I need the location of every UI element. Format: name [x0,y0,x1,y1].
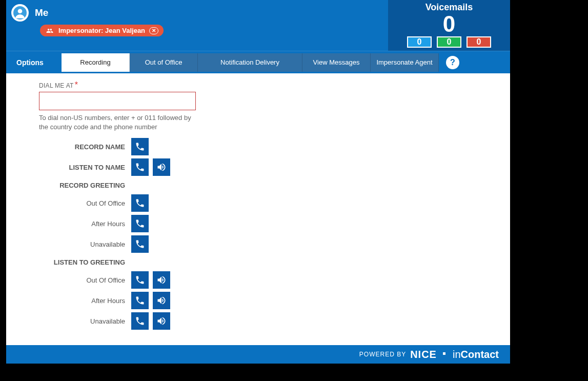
required-marker: * [75,81,78,89]
voicemail-panel: Voicemails 0 0 0 0 [388,0,510,51]
tab-impersonate-agent[interactable]: Impersonate Agent [371,53,439,72]
dial-me-at-input[interactable] [39,92,196,110]
phone-icon [135,316,145,326]
listen-name-label: LISTEN TO NAME [39,164,131,171]
record-afterhours-call-button[interactable] [131,215,149,232]
content: DIAL ME AT* To dial non-US numbers, ente… [6,73,510,345]
header-left: Me Impersonator: Jean Valjean ✕ [6,0,388,51]
phone-icon [135,295,145,306]
listen-afterhours-play-button[interactable] [153,292,170,309]
record-unavailable-label: Unavailable [39,240,131,248]
record-ooo-call-button[interactable] [131,194,149,212]
speaker-icon [156,275,167,285]
tabs: Recording Out of Office Notification Del… [62,53,439,72]
voicemail-count: 0 [388,13,510,35]
incontact-logo: inContact [453,349,499,360]
avatar[interactable] [11,4,29,22]
listen-ooo-play-button[interactable] [153,271,170,289]
record-name-label: RECORD NAME [39,143,131,151]
listen-afterhours-call-button[interactable] [131,292,149,309]
badge-blue[interactable]: 0 [407,36,432,48]
options-label: Options [6,58,62,67]
speaker-icon [156,162,167,172]
phone-icon [135,198,145,208]
row-listen-unavailable: Unavailable [39,312,510,330]
nice-logo: NICE [410,349,437,360]
listen-ooo-label: Out Of Office [39,276,131,284]
row-record-ooo: Out Of Office [39,194,510,212]
listen-name-play-button[interactable] [153,158,170,176]
dial-me-at-label: DIAL ME AT [39,82,74,89]
record-ooo-label: Out Of Office [39,199,131,207]
powered-by-label: POWERED BY [359,351,406,358]
badge-red[interactable]: 0 [467,36,491,48]
help-button[interactable]: ? [446,56,459,69]
row-listen-afterhours: After Hours [39,292,510,309]
record-greeting-label: RECORD GREETING [39,182,131,189]
people-icon [45,27,54,34]
listen-ooo-call-button[interactable] [131,271,149,289]
header: Me Impersonator: Jean Valjean ✕ Voicemai… [6,0,510,51]
listen-afterhours-label: After Hours [39,297,131,305]
listen-unavailable-label: Unavailable [39,317,131,325]
phone-icon [135,275,145,285]
phone-icon [135,142,145,152]
user-icon [13,6,27,19]
username: Me [35,7,48,18]
tab-notification-delivery[interactable]: Notification Delivery [198,53,302,72]
speaker-icon [156,316,167,326]
record-rows: RECORD NAME LISTEN TO NAME RECORD GREETI… [39,138,510,330]
row-record-name: RECORD NAME [39,138,510,155]
record-afterhours-label: After Hours [39,220,131,228]
phone-icon [135,162,145,172]
tabs-row: Options Recording Out of Office Notifica… [6,51,510,73]
listen-unavailable-call-button[interactable] [131,312,149,330]
dial-hint: To dial non-US numbers, enter + or 011 f… [39,113,196,132]
listen-name-call-button[interactable] [131,158,149,176]
record-name-call-button[interactable] [131,138,149,155]
listen-greeting-label: LISTEN TO GREETING [39,258,131,266]
record-unavailable-call-button[interactable] [131,235,149,253]
row-listen-greeting-header: LISTEN TO GREETING [39,256,510,268]
row-record-unavailable: Unavailable [39,235,510,253]
tab-recording[interactable]: Recording [62,53,130,72]
impersonator-badge: Impersonator: Jean Valjean ✕ [40,25,164,36]
row-listen-ooo: Out Of Office [39,271,510,289]
row-listen-name: LISTEN TO NAME [39,158,510,176]
phone-icon [135,239,145,249]
app-window: Me Impersonator: Jean Valjean ✕ Voicemai… [6,0,510,364]
row-record-greeting-header: RECORD GREETING [39,179,510,191]
impersonator-label: Impersonator: Jean Valjean [58,27,145,34]
phone-icon [135,218,145,229]
voicemail-badges: 0 0 0 [388,36,510,48]
speaker-icon [156,295,167,306]
listen-unavailable-play-button[interactable] [153,312,170,330]
badge-green[interactable]: 0 [437,36,461,48]
tab-view-messages[interactable]: View Messages [302,53,371,72]
user-row: Me [11,4,383,22]
footer: POWERED BY NICE inContact [6,345,510,364]
tab-out-of-office[interactable]: Out of Office [130,53,198,72]
row-record-afterhours: After Hours [39,215,510,232]
brand-dot-icon [443,352,445,355]
close-impersonation-button[interactable]: ✕ [149,27,158,34]
